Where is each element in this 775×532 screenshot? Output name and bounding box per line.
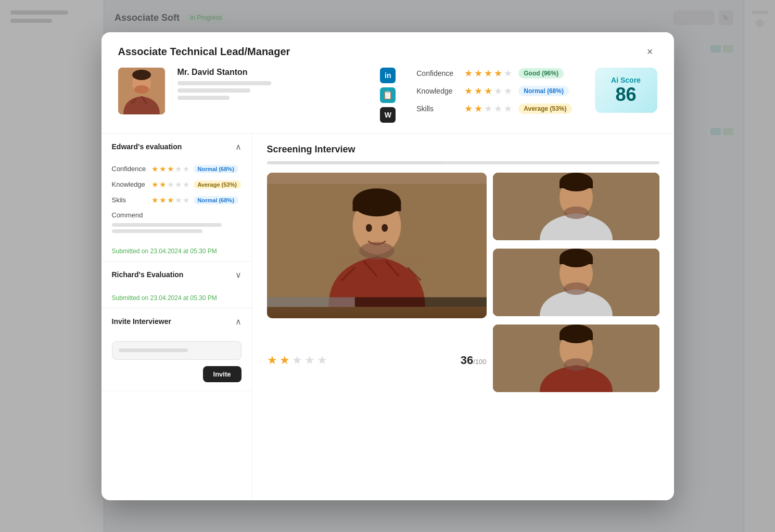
star-4: ★ xyxy=(494,103,502,114)
video-rating-stars: ★ ★ ★ ★ ★ xyxy=(267,354,327,367)
video-thumb-2[interactable] xyxy=(493,249,659,316)
edwards-submit-date: Submitted on 23.04.2024 at 05.30 PM xyxy=(101,241,252,261)
esstar-5: ★ xyxy=(183,196,189,205)
star-1: ★ xyxy=(464,68,473,79)
invite-interviewer-section: Invite Interviewer ∧ Invite xyxy=(101,308,252,391)
commend-line2 xyxy=(112,229,202,233)
svg-point-8 xyxy=(352,188,401,216)
screening-progress-bar xyxy=(267,161,659,164)
estar-3: ★ xyxy=(167,180,174,189)
richards-evaluation-title: Richard's Evaluation xyxy=(112,270,184,279)
star-2: ★ xyxy=(474,68,482,79)
estar-4: ★ xyxy=(175,180,182,189)
star-5: ★ xyxy=(504,103,512,114)
eval-confidence-stars: ★ ★ ★ ★ ★ xyxy=(151,164,189,174)
esstar-3: ★ xyxy=(167,196,174,205)
close-button[interactable]: × xyxy=(643,45,657,59)
svg-point-20 xyxy=(564,206,589,219)
svg-point-32 xyxy=(564,358,589,371)
eval-skills-row: Skils ★ ★ ★ ★ ★ Normal (68%) xyxy=(112,196,242,205)
svg-point-11 xyxy=(365,224,372,231)
thumb-3-person xyxy=(493,325,659,392)
candidate-detail-line3 xyxy=(177,96,230,100)
confidence-stars: ★ ★ ★ ★ ★ xyxy=(464,68,512,79)
video-thumb-1[interactable] xyxy=(493,173,659,240)
notion-icon[interactable]: W xyxy=(380,107,396,123)
commend-label: Commend xyxy=(112,211,242,219)
commend-section: Commend xyxy=(112,211,242,233)
eval-skills-label: Skils xyxy=(112,196,147,204)
knowledge-label: Knowledge xyxy=(416,87,458,95)
commend-line1 xyxy=(112,223,222,227)
modal-overlay: Associate Technical Lead/Manager × xyxy=(0,0,775,532)
svg-rect-25 xyxy=(560,258,593,264)
doc-icon[interactable]: 📋 xyxy=(380,87,396,103)
thumb-1-person xyxy=(493,173,659,240)
video-score-value: 36 xyxy=(461,354,473,367)
richards-submit-date: Submitted on 23.04.2024 at 05.30 PM xyxy=(101,288,252,308)
video-grid: ★ ★ ★ ★ ★ 36/100 xyxy=(267,173,659,392)
candidate-detail-line2 xyxy=(177,88,250,93)
estar-2: ★ xyxy=(159,180,166,189)
ai-score-box: Ai Score 86 xyxy=(595,68,657,113)
linkedin-icon[interactable]: in xyxy=(380,68,396,83)
estar-2: ★ xyxy=(159,164,166,174)
header-rating-confidence: Confidence ★ ★ ★ ★ ★ Good (96%) xyxy=(416,68,571,79)
star-2: ★ xyxy=(474,85,482,97)
star-5: ★ xyxy=(504,68,512,79)
candidate-details: Mr. David Stanton xyxy=(177,68,364,103)
eval-skills-badge: Normal (68%) xyxy=(194,196,238,204)
star-2: ★ xyxy=(474,103,482,114)
screening-progress-fill xyxy=(267,161,443,164)
star-5: ★ xyxy=(504,85,512,97)
vstar-1: ★ xyxy=(267,354,277,367)
vstar-4: ★ xyxy=(304,354,315,367)
knowledge-stars: ★ ★ ★ ★ ★ xyxy=(464,85,512,97)
edwards-evaluation-header[interactable]: Edward's evaluation ∧ xyxy=(101,134,252,160)
video-rating-row: ★ ★ ★ ★ ★ 36/100 xyxy=(267,329,487,392)
vstar-2: ★ xyxy=(279,354,290,367)
skills-label: Skills xyxy=(416,105,458,113)
invite-interviewer-header[interactable]: Invite Interviewer ∧ xyxy=(101,308,252,335)
svg-point-3 xyxy=(132,70,151,80)
eval-skills-stars: ★ ★ ★ ★ ★ xyxy=(151,196,189,205)
svg-rect-9 xyxy=(352,202,401,211)
star-4: ★ xyxy=(494,68,502,79)
invite-button[interactable]: Invite xyxy=(203,366,242,382)
vstar-5: ★ xyxy=(317,354,327,367)
vstar-3: ★ xyxy=(292,354,302,367)
eval-confidence-label: Confidence xyxy=(112,165,147,173)
video-thumb-3[interactable] xyxy=(493,325,659,392)
edwards-evaluation-title: Edward's evaluation xyxy=(112,142,182,151)
svg-rect-19 xyxy=(560,182,593,188)
ai-score-value: 86 xyxy=(607,84,645,105)
header-ratings: Confidence ★ ★ ★ ★ ★ Good (96%) Knowledg… xyxy=(416,68,571,114)
svg-rect-14 xyxy=(267,297,355,307)
esstar-2: ★ xyxy=(159,196,166,205)
commend-lines xyxy=(112,223,242,233)
star-3: ★ xyxy=(484,85,492,97)
svg-rect-31 xyxy=(560,334,593,340)
eval-knowledge-row: Knowledge ★ ★ ★ ★ ★ Average (53%) xyxy=(112,180,242,189)
video-score: 36/100 xyxy=(461,354,487,367)
invite-input-area xyxy=(101,335,252,366)
modal-body: Edward's evaluation ∧ Confidence ★ ★ ★ ★ xyxy=(101,134,674,500)
star-3: ★ xyxy=(484,68,492,79)
candidate-detail-line1 xyxy=(177,81,271,85)
edwards-evaluation-body: Confidence ★ ★ ★ ★ ★ Normal (68%) xyxy=(101,160,252,241)
video-score-suffix: /100 xyxy=(473,358,486,366)
candidate-modal: Associate Technical Lead/Manager × xyxy=(101,32,674,500)
header-rating-skills: Skills ★ ★ ★ ★ ★ Average (53%) xyxy=(416,103,571,114)
modal-header: Associate Technical Lead/Manager × xyxy=(101,32,674,134)
edwards-chevron-icon: ∧ xyxy=(235,142,242,152)
estar-5: ★ xyxy=(183,164,189,174)
header-rating-knowledge: Knowledge ★ ★ ★ ★ ★ Normal (68%) xyxy=(416,85,571,97)
ai-score-label: Ai Score xyxy=(607,76,645,84)
esstar-1: ★ xyxy=(151,196,158,205)
eval-knowledge-label: Knowledge xyxy=(112,180,147,188)
richards-evaluation-header[interactable]: Richard's Evaluation ∨ xyxy=(101,262,252,288)
esstar-4: ★ xyxy=(175,196,182,205)
invite-input-box[interactable] xyxy=(112,341,242,360)
estar-1: ★ xyxy=(151,180,158,189)
main-video[interactable] xyxy=(267,173,487,318)
